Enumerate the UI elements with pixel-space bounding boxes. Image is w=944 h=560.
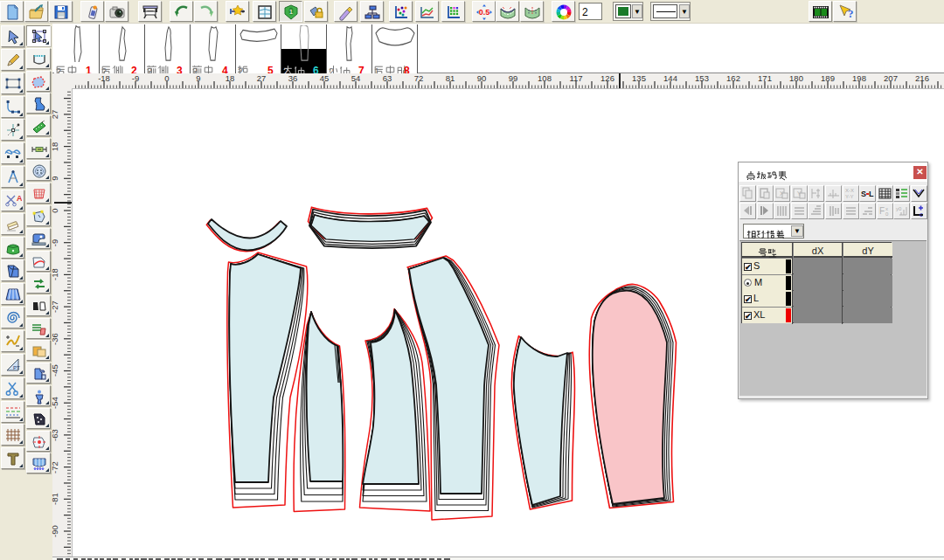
- svg-text:y0: y0: [896, 206, 902, 211]
- svg-text:Y-Y: Y-Y: [845, 194, 853, 199]
- svg-text:F: F: [879, 206, 885, 216]
- svg-text:0: 0: [885, 211, 889, 217]
- svg-text:L: L: [869, 190, 874, 198]
- svg-text:S: S: [861, 190, 866, 198]
- svg-text:c: c: [920, 211, 923, 218]
- svg-text:X-X: X-X: [845, 188, 854, 193]
